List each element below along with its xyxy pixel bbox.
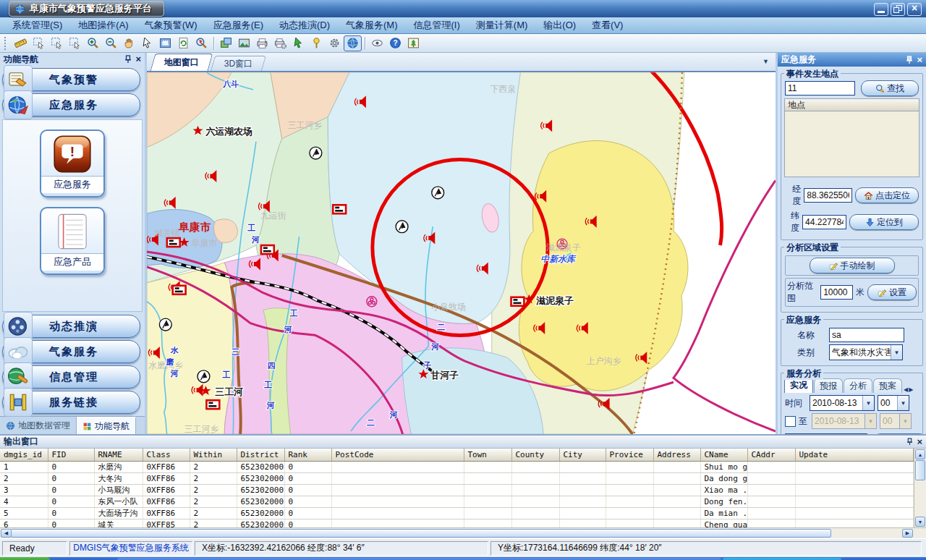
flag-marker[interactable] <box>206 400 219 409</box>
column-header-Within[interactable]: Within <box>190 449 237 462</box>
tab-分析[interactable]: 分析 <box>844 378 872 393</box>
column-header-Town[interactable]: Town <box>464 449 511 462</box>
tab-3D窗口[interactable]: 3D窗口 <box>211 56 266 71</box>
element-listbox[interactable]: 降水空气温度 ▲ <box>785 433 867 434</box>
analyze-button[interactable]: 分析 <box>873 433 926 434</box>
scrollbar-thumb[interactable] <box>11 529 831 538</box>
column-header-RNAME[interactable]: RNAME <box>94 449 143 462</box>
chevron-down-icon[interactable]: ▼ <box>862 396 874 410</box>
scroll-up-icon[interactable]: ▲ <box>915 449 925 459</box>
table-row[interactable]: 20大冬沟0XFF8626523020000Da dong gou <box>0 473 913 485</box>
column-header-Class[interactable]: Class <box>143 449 190 462</box>
table-horizontal-scrollbar[interactable]: ◀ ▶ <box>0 527 926 538</box>
legend-tool[interactable] <box>404 35 422 51</box>
chevron-down-icon[interactable]: ▼ <box>897 396 909 410</box>
longitude-field[interactable] <box>804 188 852 203</box>
menu-item[interactable]: 信息管理(I) <box>406 17 468 33</box>
select-remove-tool[interactable] <box>66 35 84 51</box>
tab-预报[interactable]: 预报 <box>814 378 843 393</box>
column-header-County[interactable]: County <box>511 449 559 462</box>
date-select[interactable]: 2010-08-13 ▼ <box>810 395 875 411</box>
settings-tool[interactable] <box>326 35 344 51</box>
map-image[interactable]: 下西泉三工河乡九运街滋泥泉子小泉牧场上户沟乡水磨沟乡三工河乡城关镇阜康市六运湖农… <box>147 72 776 434</box>
menu-item[interactable]: 地图操作(A) <box>70 17 136 33</box>
station-marker[interactable] <box>197 370 210 383</box>
scroll-right-icon[interactable]: ▶ <box>902 529 913 538</box>
identify-tool[interactable] <box>192 35 211 51</box>
close-icon[interactable]: × <box>135 56 141 63</box>
column-header-District[interactable]: District <box>237 449 284 462</box>
tab-scroll-right-icon[interactable]: ▶ <box>909 386 913 393</box>
table-row[interactable]: 60城关0XFF8526523020000Cheng guan <box>0 519 913 528</box>
flag-marker[interactable] <box>167 238 180 247</box>
hour-select[interactable]: 00 ▼ <box>878 395 909 411</box>
start-button-fragment[interactable] <box>0 557 51 560</box>
print-tool[interactable] <box>253 35 271 51</box>
flag-marker[interactable] <box>173 286 186 294</box>
station-marker[interactable] <box>310 147 322 159</box>
close-icon[interactable]: × <box>917 56 922 64</box>
location-search-input[interactable] <box>785 81 855 96</box>
tab-地图数据管理[interactable]: 地图数据管理 <box>0 417 77 434</box>
sidebar-item-emergency-service[interactable]: 应急服务 <box>2 93 140 116</box>
zoom-in-tool[interactable] <box>84 35 102 51</box>
locate-to-button[interactable]: 定位到 <box>849 214 919 230</box>
menu-item[interactable]: 输出(O) <box>535 17 584 33</box>
placemark-tool[interactable] <box>307 35 326 51</box>
flag-marker[interactable] <box>261 245 274 254</box>
to-checkbox[interactable] <box>785 416 796 427</box>
minimize-button[interactable] <box>874 3 888 16</box>
sidebar-item-info-management[interactable]: 信息管理 <box>2 365 140 389</box>
menu-item[interactable]: 气象预警(W) <box>137 17 205 33</box>
column-header-dmgis_id[interactable]: dmgis_id <box>0 449 48 462</box>
visibility-tool[interactable] <box>368 35 386 51</box>
scroll-left-icon[interactable]: ◀ <box>1 529 12 538</box>
station-marker[interactable] <box>432 187 444 199</box>
restore-button[interactable] <box>891 3 905 16</box>
flag-marker[interactable] <box>511 297 524 306</box>
table-row[interactable]: 10水磨沟0XFF8626523020000Shui mo gou <box>0 462 913 473</box>
column-header-CAddr[interactable]: CAddr <box>747 449 795 462</box>
service-name-input[interactable] <box>829 328 904 342</box>
refresh-tool[interactable] <box>174 35 192 51</box>
tab-地图窗口[interactable]: 地图窗口 <box>150 54 213 71</box>
menu-item[interactable]: 动态推演(D) <box>271 17 338 33</box>
export-image-tool[interactable] <box>235 35 253 51</box>
pointer-tool[interactable] <box>138 35 156 51</box>
column-header-CName[interactable]: CName <box>700 449 747 462</box>
column-header-FID[interactable]: FID <box>48 449 94 462</box>
globe-tool[interactable] <box>344 35 362 51</box>
column-header-City[interactable]: City <box>559 449 606 462</box>
service-type-select[interactable]: 气象和洪水灾害 ▼ <box>829 344 903 360</box>
pin-icon[interactable] <box>906 56 913 64</box>
menu-item[interactable]: 气象服务(M) <box>338 17 406 33</box>
print-setup-tool[interactable] <box>271 35 289 51</box>
flag-marker[interactable] <box>333 205 346 213</box>
tab-功能导航[interactable]: 功能导航 <box>77 417 136 434</box>
search-button[interactable]: 查找 <box>861 80 919 96</box>
map-canvas[interactable]: 下西泉三工河乡九运街滋泥泉子小泉牧场上户沟乡水磨沟乡三工河乡城关镇阜康市六运湖农… <box>147 72 776 434</box>
tab-预案[interactable]: 预案 <box>873 378 902 393</box>
pin-icon[interactable] <box>906 438 913 446</box>
table-row[interactable]: 50大面场子沟0XFF8626523020000Da mian ... <box>0 508 913 519</box>
set-range-button[interactable]: 设置 <box>867 284 917 300</box>
manual-draw-button[interactable]: 手动绘制 <box>810 258 895 273</box>
table-row[interactable]: 30小马厩沟0XFF8626523020000Xiao ma ... <box>0 485 913 496</box>
scroll-down-icon[interactable]: ▼ <box>915 517 925 527</box>
column-header-Rank[interactable]: Rank <box>284 449 331 462</box>
sidebar-item-service-links[interactable]: 服务链接 <box>2 391 140 414</box>
location-list-header[interactable]: 地点 <box>784 98 919 111</box>
tab-scroll-left-icon[interactable]: ◀ <box>904 386 908 393</box>
station-marker[interactable] <box>159 318 171 331</box>
map-tab-dropdown-icon[interactable]: ▼ <box>763 58 769 65</box>
station-marker[interactable] <box>396 221 408 233</box>
column-header-Provice[interactable]: Provice <box>606 449 653 462</box>
column-header-Address[interactable]: Address <box>653 449 700 462</box>
full-extent-tool[interactable] <box>156 35 174 51</box>
sidebar-item-dynamic-deduction[interactable]: 动态推演 <box>2 315 140 338</box>
sidebar-item-weather-warning[interactable]: 气象预警 <box>2 68 140 91</box>
menu-item[interactable]: 应急服务(E) <box>205 17 271 33</box>
measure-tool[interactable] <box>12 35 30 51</box>
menu-item[interactable]: 测量计算(M) <box>468 17 536 33</box>
emergency-service-button[interactable]: 应急服务 <box>40 130 105 198</box>
